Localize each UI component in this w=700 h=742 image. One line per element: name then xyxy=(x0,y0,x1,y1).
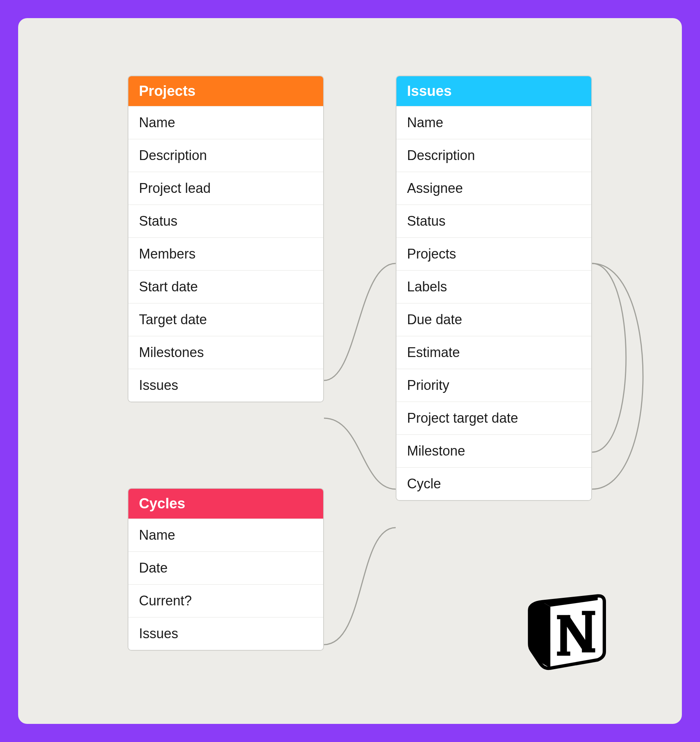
entity-projects[interactable]: Projects Name Description Project lead S… xyxy=(128,75,324,402)
field-name[interactable]: Name xyxy=(128,519,323,551)
field-issues[interactable]: Issues xyxy=(128,617,323,650)
diagram-canvas: Projects Name Description Project lead S… xyxy=(18,18,682,724)
field-issues[interactable]: Issues xyxy=(128,369,323,402)
field-target-date[interactable]: Target date xyxy=(128,303,323,336)
field-assignee[interactable]: Assignee xyxy=(396,172,591,205)
field-members[interactable]: Members xyxy=(128,237,323,270)
field-description[interactable]: Description xyxy=(396,139,591,172)
svg-rect-0 xyxy=(557,615,570,619)
svg-rect-3 xyxy=(582,648,595,653)
field-projects[interactable]: Projects xyxy=(396,237,591,270)
svg-rect-1 xyxy=(557,651,570,656)
field-milestones[interactable]: Milestones xyxy=(128,336,323,369)
field-priority[interactable]: Priority xyxy=(396,369,591,402)
field-date[interactable]: Date xyxy=(128,551,323,584)
entity-issues[interactable]: Issues Name Description Assignee Status … xyxy=(396,75,592,501)
field-project-lead[interactable]: Project lead xyxy=(128,172,323,205)
field-estimate[interactable]: Estimate xyxy=(396,336,591,369)
svg-rect-2 xyxy=(582,611,595,615)
field-name[interactable]: Name xyxy=(396,106,591,139)
field-current[interactable]: Current? xyxy=(128,584,323,617)
entity-cycles-header: Cycles xyxy=(128,489,323,519)
entity-cycles[interactable]: Cycles Name Date Current? Issues xyxy=(128,488,324,651)
notion-logo-icon xyxy=(527,592,610,671)
entity-projects-header: Projects xyxy=(128,76,323,106)
field-cycle[interactable]: Cycle xyxy=(396,467,591,500)
field-labels[interactable]: Labels xyxy=(396,270,591,303)
field-status[interactable]: Status xyxy=(128,205,323,237)
entity-issues-header: Issues xyxy=(396,76,591,106)
field-milestone[interactable]: Milestone xyxy=(396,434,591,467)
field-due-date[interactable]: Due date xyxy=(396,303,591,336)
field-status[interactable]: Status xyxy=(396,205,591,237)
field-name[interactable]: Name xyxy=(128,106,323,139)
field-project-target-date[interactable]: Project target date xyxy=(396,402,591,434)
field-description[interactable]: Description xyxy=(128,139,323,172)
field-start-date[interactable]: Start date xyxy=(128,270,323,303)
